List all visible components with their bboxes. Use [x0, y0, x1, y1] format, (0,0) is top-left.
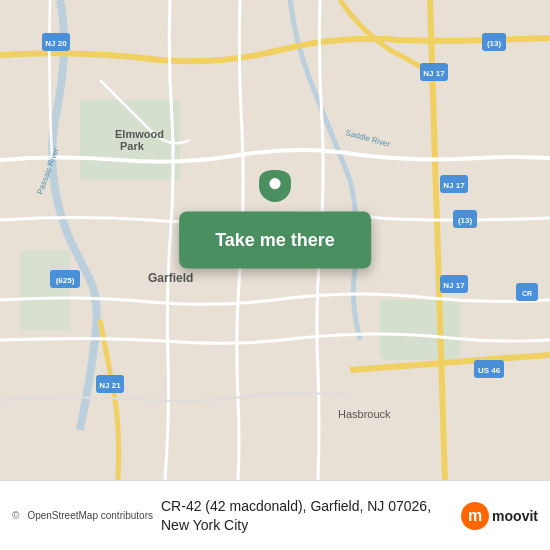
svg-text:(13): (13) [458, 216, 473, 225]
svg-text:Hasbrouck: Hasbrouck [338, 408, 391, 420]
svg-text:US 46: US 46 [478, 366, 501, 375]
map-pin [255, 170, 295, 214]
osm-credit: OpenStreetMap contributors [27, 510, 153, 521]
moovit-logo: m moovit [461, 502, 538, 530]
svg-text:NJ 17: NJ 17 [443, 181, 465, 190]
svg-text:(13): (13) [487, 39, 502, 48]
svg-text:NJ 17: NJ 17 [423, 69, 445, 78]
moovit-label: moovit [492, 508, 538, 524]
bottom-bar: © OpenStreetMap contributors CR-42 (42 m… [0, 480, 550, 550]
svg-text:(625): (625) [56, 276, 75, 285]
map-container: NJ 20 NJ 17 NJ 17 NJ 17 (13) (13) (625) … [0, 0, 550, 480]
svg-text:Park: Park [120, 140, 145, 152]
svg-point-34 [269, 178, 280, 189]
location-text: CR-42 (42 macdonald), Garfield, NJ 07026… [161, 497, 453, 533]
copyright-icon: © [12, 510, 19, 521]
moovit-icon: m [461, 502, 489, 530]
svg-rect-3 [20, 250, 70, 330]
svg-text:Garfield: Garfield [148, 271, 193, 285]
svg-rect-2 [380, 300, 460, 360]
svg-text:NJ 20: NJ 20 [45, 39, 67, 48]
svg-text:NJ 17: NJ 17 [443, 281, 465, 290]
svg-text:NJ 21: NJ 21 [99, 381, 121, 390]
take-me-there-button[interactable]: Take me there [179, 212, 371, 269]
svg-text:CR: CR [522, 290, 532, 297]
svg-text:Elmwood: Elmwood [115, 128, 164, 140]
